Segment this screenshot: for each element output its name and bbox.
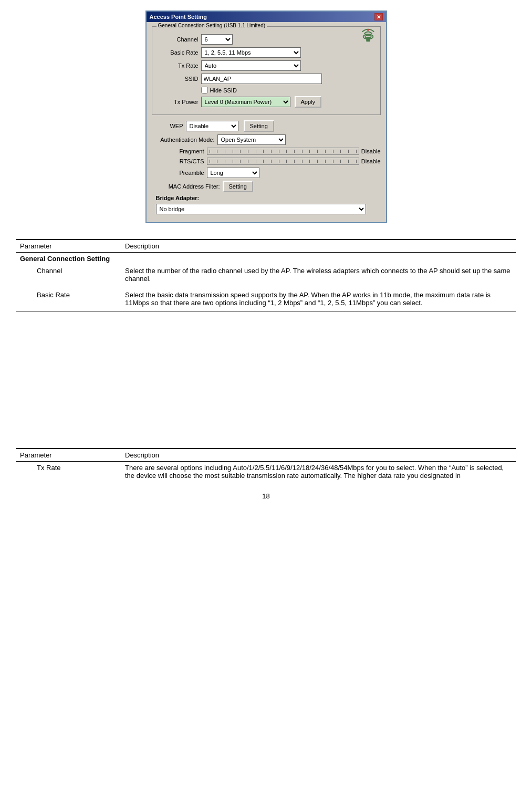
wep-select[interactable]: Disable 64-bit128-bit (186, 121, 238, 131)
section-header-row: General Connection Setting (16, 253, 516, 265)
ssid-label: SSID (157, 76, 199, 82)
rts-disable-label: Disable (361, 158, 381, 164)
ssid-row: SSID (157, 74, 376, 84)
preamble-label: Preamble (152, 170, 204, 176)
hide-ssid-row: Hide SSID (201, 87, 376, 93)
basic-rate-param-row: Basic Rate Select the basic data transmi… (16, 289, 516, 311)
tx-rate-param-desc: There are several options including Auto… (121, 462, 516, 482)
param-table-1: Parameter Description General Connection… (16, 239, 516, 311)
basic-rate-row: Basic Rate 1, 2, 5.5, 11 Mbps 1, 2 Mbps (157, 47, 376, 58)
dialog-wrapper: Access Point Setting ✕ General Connectio… (0, 0, 532, 239)
tx-power-label: Tx Power (157, 99, 199, 105)
tx-rate-param-row: Tx Rate There are several options includ… (16, 462, 516, 482)
table1-header-row: Parameter Description (16, 239, 516, 253)
dialog-title: Access Point Setting (150, 14, 207, 20)
wifi-icon (360, 28, 376, 45)
bridge-section: Bridge Adapter: No bridge Network Adapte… (152, 195, 381, 214)
dialog-titlebar: Access Point Setting ✕ (147, 12, 386, 22)
wifi-antenna-svg (360, 28, 376, 44)
preamble-row: Preamble Long ShortAuto (152, 168, 381, 178)
channel-param-row: Channel Select the number of the radio c… (16, 265, 516, 285)
fragment-row: Fragment Disable (152, 148, 381, 155)
general-connection-group: General Connection Setting (USB 1.1 Limi… (152, 26, 381, 115)
rts-label: RTS/CTS (152, 158, 204, 164)
tx-rate-row: Tx Rate Auto 125.511 691218 24364854 (157, 60, 376, 71)
table1-col1-header: Parameter (16, 239, 121, 253)
channel-param-desc: Select the number of the radio channel u… (121, 265, 516, 285)
hide-ssid-checkbox[interactable] (201, 87, 208, 93)
fragment-label: Fragment (152, 148, 204, 154)
mac-filter-label: MAC Address Filter: (152, 183, 220, 190)
table1-col2-header: Description (121, 239, 516, 253)
auth-select[interactable]: Open System Shared KeyAuto (217, 134, 286, 145)
section-name: General Connection Setting (16, 253, 516, 265)
wep-setting-button[interactable]: Setting (244, 120, 274, 132)
channel-param-name: Channel (16, 265, 121, 285)
dialog-body: General Connection Setting (USB 1.1 Limi… (147, 22, 386, 222)
wep-row: WEP Disable 64-bit128-bit Setting (152, 120, 381, 132)
table2-col1-header: Parameter (16, 449, 121, 462)
rts-slider[interactable] (207, 158, 359, 165)
fragment-slider[interactable] (207, 148, 359, 155)
hide-ssid-label: Hide SSID (210, 87, 237, 93)
basic-rate-param-desc: Select the basic data transmission speed… (121, 289, 516, 311)
tx-rate-select[interactable]: Auto 125.511 691218 24364854 (201, 60, 301, 71)
tx-rate-param-name: Tx Rate (16, 462, 121, 482)
spacer-row (16, 285, 516, 289)
bridge-label: Bridge Adapter: (152, 195, 200, 201)
table2-col2-header: Description (121, 449, 516, 462)
auth-label: Authentication Mode: (152, 137, 215, 143)
channel-row: Channel 6 1234 5789 1011 (157, 34, 376, 45)
param-table-2: Parameter Description Tx Rate There are … (16, 448, 516, 482)
basic-rate-label: Basic Rate (157, 49, 199, 56)
channel-label: Channel (157, 36, 199, 43)
preamble-select[interactable]: Long ShortAuto (207, 168, 259, 178)
page-number: 18 (16, 492, 516, 500)
table2-header-row: Parameter Description (16, 449, 516, 462)
wep-label: WEP (152, 123, 183, 129)
close-button[interactable]: ✕ (374, 13, 383, 20)
tx-power-row: Tx Power Level 0 (Maximum Power) Level 1… (157, 96, 376, 108)
rts-row: RTS/CTS Disable (152, 158, 381, 165)
bridge-select-row: No bridge Network Adapter 1 Network Adap… (152, 204, 381, 214)
table-spacer (16, 311, 516, 448)
mac-setting-button[interactable]: Setting (223, 181, 253, 192)
fragment-disable-label: Disable (361, 148, 381, 154)
channel-select[interactable]: 6 1234 5789 1011 (201, 34, 233, 45)
content-area: Parameter Description General Connection… (0, 239, 532, 500)
bridge-select[interactable]: No bridge Network Adapter 1 Network Adap… (156, 204, 366, 214)
ssid-input[interactable] (201, 74, 322, 84)
apply-button[interactable]: Apply (295, 96, 322, 108)
tx-rate-label: Tx Rate (157, 63, 199, 69)
group-legend: General Connection Setting (USB 1.1 Limi… (157, 23, 267, 28)
access-point-dialog: Access Point Setting ✕ General Connectio… (145, 11, 387, 223)
tx-power-select[interactable]: Level 0 (Maximum Power) Level 1Level 2Le… (201, 97, 290, 107)
mac-filter-row: MAC Address Filter: Setting (152, 181, 381, 192)
auth-row: Authentication Mode: Open System Shared … (152, 134, 381, 145)
svg-rect-3 (367, 29, 369, 31)
basic-rate-param-name: Basic Rate (16, 289, 121, 311)
bridge-label-row: Bridge Adapter: (152, 195, 381, 201)
basic-rate-select[interactable]: 1, 2, 5.5, 11 Mbps 1, 2 Mbps (201, 47, 301, 58)
